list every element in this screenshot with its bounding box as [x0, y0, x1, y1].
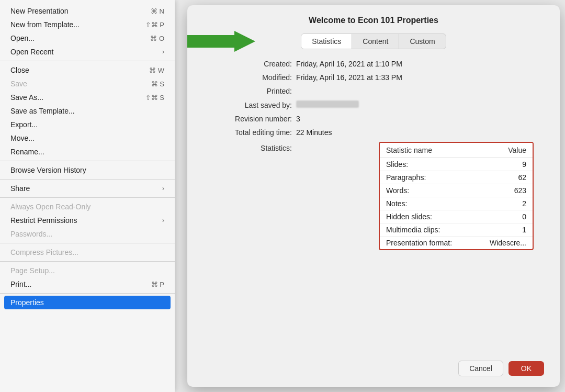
menu-separator: [0, 261, 175, 262]
menu-item-label-rename: Rename...: [10, 148, 164, 156]
statistics-table-container: Statistic name Value Slides:9Paragraphs:…: [379, 142, 534, 250]
menu-separator: [0, 61, 175, 61]
stats-value-1: 62: [474, 171, 533, 184]
menu-item-shortcut-open: ⌘ O: [150, 35, 164, 42]
menu-item-page-setup: Page Setup...: [0, 264, 175, 277]
menu-item-label-export: Export...: [10, 120, 164, 129]
green-arrow-icon: [187, 30, 255, 53]
menu-separator: [0, 197, 175, 198]
menu-item-label-new-from-template: New from Template...: [10, 20, 135, 29]
info-section: Created:Friday, April 16, 2021 at 1:10 P…: [203, 60, 544, 137]
tab-content[interactable]: Content: [352, 34, 399, 49]
tabs-row: StatisticsContentCustom: [203, 33, 544, 49]
menu-item-label-compress-pictures: Compress Pictures...: [10, 248, 164, 256]
ok-button[interactable]: OK: [508, 361, 544, 376]
stats-col-name: Statistic name: [380, 143, 474, 158]
menu-separator: [0, 243, 175, 243]
info-label-4: Revision number:: [213, 115, 292, 123]
stats-name-1: Paragraphs:: [380, 171, 474, 184]
menu-item-save-as[interactable]: Save As...⇧⌘ S: [0, 91, 175, 104]
menu-item-label-save-as-template: Save as Template...: [10, 107, 164, 115]
info-value-1: Friday, April 16, 2021 at 1:33 PM: [296, 73, 402, 82]
menu-item-open-recent[interactable]: Open Recent›: [0, 45, 175, 59]
menu-item-label-browse-version-history: Browse Version History: [10, 166, 164, 174]
info-row-0: Created:Friday, April 16, 2021 at 1:10 P…: [213, 60, 534, 68]
menu-item-save-as-template[interactable]: Save as Template...: [0, 104, 175, 118]
menu-item-label-page-setup: Page Setup...: [10, 266, 164, 275]
menu-item-label-open-recent: Open Recent: [10, 48, 162, 56]
menu-item-properties[interactable]: Properties: [4, 296, 171, 309]
menu-item-shortcut-print: ⌘ P: [151, 281, 164, 288]
info-row-5: Total editing time:22 Minutes: [213, 128, 534, 137]
menu-item-label-share: Share: [10, 184, 162, 193]
stats-name-2: Words:: [380, 184, 474, 197]
menu-item-export[interactable]: Export...: [0, 118, 175, 131]
stats-row-4: Hidden slides:0: [380, 210, 533, 223]
info-value-3: [296, 100, 359, 108]
dialog-footer: Cancel OK: [203, 352, 544, 376]
info-row-1: Modified:Friday, April 16, 2021 at 1:33 …: [213, 73, 534, 82]
menu-item-shortcut-new-presentation: ⌘ N: [151, 7, 164, 15]
menu-item-label-properties: Properties: [10, 298, 164, 307]
menu-item-restrict-permissions[interactable]: Restrict Permissions›: [0, 214, 175, 227]
info-label-5: Total editing time:: [213, 128, 292, 137]
stats-name-4: Hidden slides:: [380, 210, 474, 223]
svg-marker-0: [187, 31, 255, 52]
stats-name-5: Multimedia clips:: [380, 223, 474, 237]
stats-row-6: Presentation format:Widescre...: [380, 237, 533, 250]
stats-value-6: Widescre...: [474, 237, 533, 250]
menu-item-compress-pictures: Compress Pictures...: [0, 245, 175, 259]
menu-item-shortcut-close: ⌘ W: [149, 66, 164, 74]
cancel-button[interactable]: Cancel: [458, 361, 503, 376]
menu-item-open[interactable]: Open...⌘ O: [0, 31, 175, 45]
menu-item-close[interactable]: Close⌘ W: [0, 63, 175, 77]
menu-item-label-always-open-read-only: Always Open Read-Only: [10, 203, 164, 211]
dialog-title: Welcome to Econ 101 Properties: [203, 16, 544, 25]
statistics-row: Statistics: Statistic name Value Slides:…: [203, 141, 544, 250]
menu-separator: [0, 293, 175, 294]
stats-row-3: Notes:2: [380, 197, 533, 210]
tab-custom[interactable]: Custom: [399, 34, 445, 49]
stats-name-6: Presentation format:: [380, 237, 474, 250]
menu-item-label-new-presentation: New Presentation: [10, 7, 140, 15]
menu-item-shortcut-save-as: ⇧⌘ S: [145, 94, 164, 102]
menu-item-label-open: Open...: [10, 34, 140, 42]
menu-item-new-from-template[interactable]: New from Template...⇧⌘ P: [0, 18, 175, 31]
menu-separator: [0, 161, 175, 161]
submenu-arrow-icon-open-recent: ›: [162, 48, 164, 55]
menu-item-passwords: Passwords...: [0, 227, 175, 241]
menu-separator: [0, 179, 175, 180]
menu-item-rename[interactable]: Rename...: [0, 145, 175, 159]
info-label-3: Last saved by:: [213, 101, 292, 109]
stats-name-3: Notes:: [380, 197, 474, 210]
menu-item-label-save: Save: [10, 80, 141, 88]
stats-value-2: 623: [474, 184, 533, 197]
info-label-2: Printed:: [213, 87, 292, 95]
arrow-indicator: [187, 30, 255, 53]
info-value-0: Friday, April 16, 2021 at 1:10 PM: [296, 60, 402, 68]
menu-item-save: Save⌘ S: [0, 77, 175, 91]
statistics-label: Statistics:: [213, 141, 292, 152]
menu-item-label-print: Print...: [10, 280, 141, 288]
stats-col-value: Value: [474, 143, 533, 158]
menu-item-new-presentation[interactable]: New Presentation⌘ N: [0, 4, 175, 18]
menu-item-shortcut-new-from-template: ⇧⌘ P: [145, 21, 164, 29]
info-row-4: Revision number:3: [213, 115, 534, 123]
tab-statistics[interactable]: Statistics: [301, 34, 352, 49]
stats-value-4: 0: [474, 210, 533, 223]
info-row-2: Printed:: [213, 87, 534, 95]
menu-item-browse-version-history[interactable]: Browse Version History: [0, 163, 175, 177]
menu-item-label-passwords: Passwords...: [10, 230, 164, 238]
statistics-table: Statistic name Value Slides:9Paragraphs:…: [380, 143, 533, 249]
info-label-1: Modified:: [213, 73, 292, 82]
menu-item-label-restrict-permissions: Restrict Permissions: [10, 216, 162, 225]
stats-row-5: Multimedia clips:1: [380, 223, 533, 237]
menu-item-always-open-read-only: Always Open Read-Only: [0, 200, 175, 214]
menu-item-share[interactable]: Share›: [0, 182, 175, 195]
menu-item-print[interactable]: Print...⌘ P: [0, 277, 175, 291]
menu-item-move[interactable]: Move...: [0, 131, 175, 145]
menu-item-label-close: Close: [10, 66, 139, 74]
tab-group: StatisticsContentCustom: [301, 33, 446, 49]
stats-row-1: Paragraphs:62: [380, 171, 533, 184]
stats-value-0: 9: [474, 158, 533, 171]
